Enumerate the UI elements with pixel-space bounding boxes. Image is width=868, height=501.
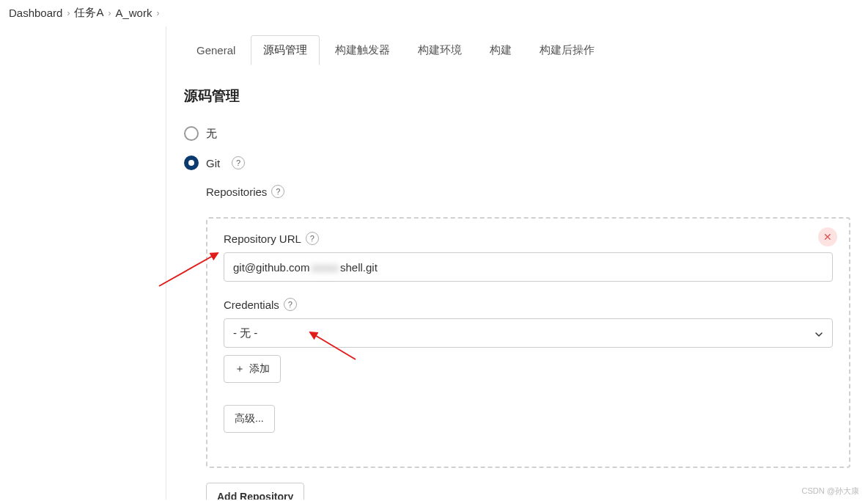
tab-build[interactable]: 构建 xyxy=(477,35,524,65)
help-icon[interactable]: ? xyxy=(306,232,319,245)
watermark: CSDN @孙大康 xyxy=(802,486,859,497)
credentials-field: Credentials ? - 无 - ＋ 添加 xyxy=(224,298,833,433)
add-repository-button[interactable]: Add Repository xyxy=(206,483,304,500)
repositories-label: Repositories ? xyxy=(206,185,284,198)
breadcrumb-item-task[interactable]: 任务A xyxy=(74,6,103,20)
credentials-label: Credentials xyxy=(224,299,279,311)
content-area: General 源码管理 构建触发器 构建环境 构建 构建后操作 源码管理 无 … xyxy=(166,26,868,500)
scm-radio-group: 无 Git ? xyxy=(184,126,850,170)
radio-row-none: 无 xyxy=(184,126,850,141)
tab-general[interactable]: General xyxy=(184,36,248,65)
close-icon[interactable]: ✕ xyxy=(818,227,837,246)
advanced-button[interactable]: 高级... xyxy=(224,405,275,433)
help-icon[interactable]: ? xyxy=(284,298,297,311)
radio-row-git: Git ? xyxy=(184,156,850,170)
tab-scm[interactable]: 源码管理 xyxy=(251,35,320,65)
radio-git-label: Git xyxy=(206,157,220,169)
radio-none[interactable] xyxy=(184,126,199,141)
chevron-right-icon: › xyxy=(156,8,159,18)
breadcrumb-item-work[interactable]: A_work xyxy=(115,7,152,19)
tab-triggers[interactable]: 构建触发器 xyxy=(323,35,402,65)
radio-none-label: 无 xyxy=(206,127,217,141)
repositories-section: Repositories ? ✕ Repository URL ? git@gi… xyxy=(206,185,850,500)
sidebar xyxy=(0,26,166,500)
tab-build-env[interactable]: 构建环境 xyxy=(405,35,474,65)
chevron-right-icon: › xyxy=(108,8,111,18)
scm-section: 源码管理 无 Git ? Repositories ? ✕ xyxy=(166,66,868,500)
tab-row: General 源码管理 构建触发器 构建环境 构建 构建后操作 xyxy=(166,26,868,66)
breadcrumb-item-dashboard[interactable]: Dashboard xyxy=(9,7,62,19)
repository-chunk: ✕ Repository URL ? git@github.com xxxxx … xyxy=(206,217,850,468)
help-icon[interactable]: ? xyxy=(271,185,284,198)
radio-git[interactable] xyxy=(184,156,199,170)
tab-post-build[interactable]: 构建后操作 xyxy=(527,35,607,65)
chevron-right-icon: › xyxy=(67,8,70,18)
plus-icon: ＋ xyxy=(235,362,245,376)
repo-url-field: Repository URL ? git@github.com xxxxx sh… xyxy=(224,232,833,282)
help-icon[interactable]: ? xyxy=(232,156,245,169)
section-title: 源码管理 xyxy=(184,87,850,106)
credentials-select[interactable]: - 无 - xyxy=(224,318,833,348)
repo-url-input[interactable]: git@github.com xxxxx shell.git xyxy=(224,252,833,282)
breadcrumb: Dashboard › 任务A › A_work › xyxy=(0,0,868,26)
chevron-down-icon xyxy=(814,329,823,337)
add-credential-button[interactable]: ＋ 添加 xyxy=(224,355,281,383)
repo-url-label: Repository URL xyxy=(224,233,301,245)
